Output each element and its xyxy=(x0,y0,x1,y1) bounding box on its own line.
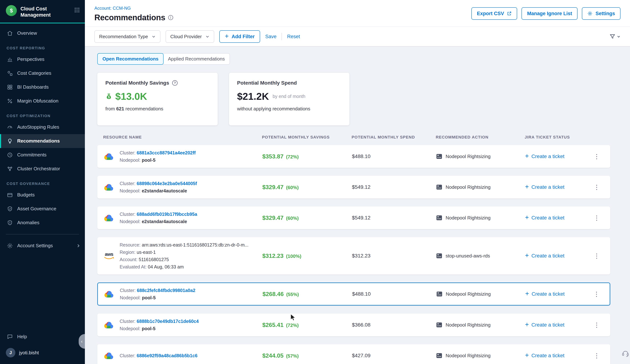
export-csv-button[interactable]: Export CSV xyxy=(472,7,517,20)
sidebar-item-margin-obfuscation[interactable]: Margin Obfuscation xyxy=(0,94,85,108)
sidebar-item-asset-governance[interactable]: Asset Governance xyxy=(0,202,85,216)
export-csv-label: Export CSV xyxy=(477,11,504,16)
sidebar-item-bi-dashboards[interactable]: BI Dashboards xyxy=(0,80,85,94)
create-ticket-button[interactable]: + Create a ticket xyxy=(525,154,590,159)
recommendation-row[interactable]: Cluster: 6881a3ccc887941a4ee202ffNodepoo… xyxy=(97,145,610,168)
tab-open-recommendations[interactable]: Open Recommendations xyxy=(97,53,164,65)
budgets-icon xyxy=(6,192,13,198)
create-ticket-button[interactable]: + Create a ticket xyxy=(525,184,590,190)
resource-cell: Cluster: 688c2fefc84fbdc99801a0a2Nodepoo… xyxy=(104,287,262,301)
recommendation-type-dropdown[interactable]: Recommendation Type xyxy=(94,30,160,43)
potential-savings-card: Potential Monthly Savings ? $ $13.0K fro… xyxy=(97,73,218,125)
funnel-icon xyxy=(610,34,615,39)
sidebar-item-perspectives[interactable]: Perspectives xyxy=(0,52,85,66)
info-icon[interactable] xyxy=(168,15,174,20)
resource-details: Cluster: 688c2fefc84fbdc99801a0a2Nodepoo… xyxy=(120,287,195,301)
gear-icon xyxy=(588,11,592,16)
recommendation-row[interactable]: Cluster: 68898c064e3e2ba0e544005fNodepoo… xyxy=(97,176,610,198)
potential-spend-value: $488.10 xyxy=(352,154,436,159)
sidebar-item-autostopping-rules[interactable]: AutoStopping Rules xyxy=(0,120,85,134)
recommendations-list: Cluster: 6881a3ccc887941a4ee202ffNodepoo… xyxy=(97,145,610,364)
row-menu-icon[interactable]: ⋮ xyxy=(594,290,600,298)
resource-details: Cluster: 688add6fb019b17f9bccb95aNodepoo… xyxy=(120,210,197,225)
resource-details: Cluster: 6886e92f59a48cad86b5b1c6 xyxy=(120,352,198,359)
recommendation-row[interactable]: Cluster: 6886e92f59a48cad86b5b1c6 $244.0… xyxy=(97,344,610,364)
mouse-cursor xyxy=(290,314,297,323)
action-type-icon xyxy=(436,154,442,159)
potential-savings-value: $353.87(72%) xyxy=(262,153,352,160)
cloud-provider-dropdown[interactable]: Cloud Provider xyxy=(166,30,214,43)
create-ticket-button[interactable]: + Create a ticket xyxy=(525,353,590,359)
create-ticket-button[interactable]: + Create a ticket xyxy=(525,322,590,328)
sidebar-item-overview[interactable]: Overview xyxy=(0,26,85,40)
create-ticket-button[interactable]: + Create a ticket xyxy=(525,291,589,297)
row-menu-icon[interactable]: ⋮ xyxy=(594,252,600,259)
row-menu-icon[interactable]: ⋮ xyxy=(594,153,600,160)
filter-funnel-button[interactable] xyxy=(610,34,620,39)
perspectives-icon xyxy=(6,56,13,62)
content-area: Open Recommendations Applied Recommendat… xyxy=(85,47,630,364)
potential-spend-value: $549.12 xyxy=(352,184,436,190)
sidebar-section-label: COST OPTIMIZATION xyxy=(6,114,85,118)
row-menu-icon[interactable]: ⋮ xyxy=(594,183,600,191)
potential-savings-value: $312.23(100%) xyxy=(262,253,352,259)
row-menu-icon[interactable]: ⋮ xyxy=(594,352,600,359)
create-ticket-button[interactable]: + Create a ticket xyxy=(525,215,590,221)
apps-grid-icon[interactable] xyxy=(74,5,80,14)
anomalies-icon xyxy=(6,220,13,226)
sidebar-item-account-settings[interactable]: Account Settings xyxy=(0,239,85,253)
potential-savings-value: $268.46(55%) xyxy=(262,291,352,298)
potential-savings-value: $329.47(60%) xyxy=(262,214,352,221)
sidebar-item-label: Recommendations xyxy=(17,138,60,144)
resource-field-value[interactable]: 6888b1c70e49db17c1de60c4 xyxy=(137,319,199,324)
sidebar-spacer xyxy=(0,253,85,330)
sidebar-item-help[interactable]: Help xyxy=(0,330,85,344)
bi-dashboards-icon xyxy=(6,84,13,90)
support-headset-icon[interactable] xyxy=(621,349,630,359)
resource-field-value: 511616801275 xyxy=(139,257,169,262)
question-icon[interactable]: ? xyxy=(172,80,178,86)
sidebar-item-cluster-orchestrator[interactable]: Cluster Orchestrator xyxy=(0,162,85,176)
aws-logo-icon: aws xyxy=(104,252,114,260)
sidebar-item-recommendations[interactable]: Recommendations xyxy=(0,134,85,148)
save-filter-button[interactable]: Save xyxy=(265,34,276,39)
breadcrumb-account[interactable]: Account: CCM-NG xyxy=(94,6,131,11)
recommendation-row[interactable]: aws Resource: arn:aws:rds:us-east-1:5116… xyxy=(97,237,610,274)
sidebar-item-cost-categories[interactable]: Cost Categories xyxy=(0,66,85,80)
sidebar-item-commitments[interactable]: Commitments xyxy=(0,148,85,162)
resource-field-value[interactable]: 68898c064e3e2ba0e544005f xyxy=(137,181,197,186)
recommendation-row[interactable]: Cluster: 688c2fefc84fbdc99801a0a2Nodepoo… xyxy=(97,283,610,306)
resource-field-label: Cluster: xyxy=(120,181,135,186)
tab-applied-recommendations[interactable]: Applied Recommendations xyxy=(163,53,230,64)
svg-text:$: $ xyxy=(108,95,110,99)
resource-field-value[interactable]: 6886e92f59a48cad86b5b1c6 xyxy=(137,353,198,358)
sidebar-item-label: Commitments xyxy=(17,152,46,158)
user-profile[interactable]: J jyoti.bisht xyxy=(0,344,85,364)
autostopping-icon xyxy=(6,124,13,130)
reset-filter-button[interactable]: Reset xyxy=(287,34,300,39)
sidebar-item-budgets[interactable]: Budgets xyxy=(0,188,85,202)
chevron-down-icon xyxy=(206,34,210,38)
action-type-icon xyxy=(436,291,442,297)
sidebar-divider xyxy=(6,234,79,234)
potential-spend-value: $549.12 xyxy=(352,215,436,221)
row-menu-icon[interactable]: ⋮ xyxy=(594,214,600,221)
resource-field-value[interactable]: 688add6fb019b17f9bccb95a xyxy=(137,212,197,217)
resource-field-value[interactable]: 6881a3ccc887941a4ee202ff xyxy=(137,150,196,155)
row-menu-icon[interactable]: ⋮ xyxy=(594,321,600,329)
chevron-down-icon xyxy=(152,34,156,38)
create-ticket-button[interactable]: + Create a ticket xyxy=(525,253,590,259)
sidebar-item-anomalies[interactable]: Anomalies xyxy=(0,216,85,230)
add-filter-button[interactable]: + Add Filter xyxy=(219,30,260,43)
column-header-jira-ticket-status: JIRA TICKET STATUS xyxy=(525,135,590,140)
potential-spend-value: $427.09 xyxy=(352,353,436,359)
sidebar-item-label: Cluster Orchestrator xyxy=(17,166,60,172)
recommendation-row[interactable]: Cluster: 688add6fb019b17f9bccb95aNodepoo… xyxy=(97,206,610,229)
app-title: Cloud Cost Management xyxy=(20,5,61,18)
settings-button[interactable]: Settings xyxy=(582,7,620,20)
resource-field-value[interactable]: 688c2fefc84fbdc99801a0a2 xyxy=(137,288,195,293)
manage-ignore-list-button[interactable]: Manage Ignore List xyxy=(522,7,578,20)
recommendation-row[interactable]: Cluster: 6888b1c70e49db17c1de60c4Nodepoo… xyxy=(97,314,610,336)
gear-icon xyxy=(6,243,13,249)
ccm-logo-icon: $ xyxy=(6,5,17,16)
